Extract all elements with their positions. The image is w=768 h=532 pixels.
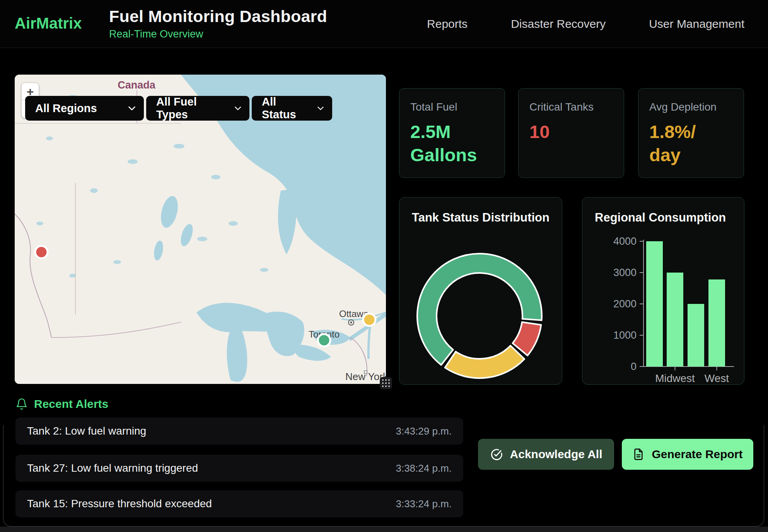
chevron-down-icon — [235, 106, 241, 111]
dashboard-root: AirMatrix Fuel Monitoring Dashboard Real… — [0, 0, 768, 532]
title-block: Fuel Monitoring Dashboard Real-Time Over… — [109, 7, 327, 40]
nav-user-management[interactable]: User Management — [649, 17, 744, 31]
check-circle-icon — [490, 448, 503, 461]
filter-fuel-types-label: All Fuel Types — [156, 95, 225, 121]
bar-region-2 — [688, 304, 704, 367]
page-title: Fuel Monitoring Dashboard — [109, 7, 327, 26]
page-bottom-strip — [0, 527, 768, 532]
tank-marker-normal[interactable] — [318, 334, 330, 346]
filter-regions-dropdown[interactable]: All Regions — [25, 96, 144, 121]
x-tick-label: West — [705, 372, 729, 384]
recent-alerts-heading: Recent Alerts — [15, 397, 108, 411]
alert-timestamp: 3:38:24 p.m. — [396, 462, 452, 474]
bell-icon — [15, 398, 28, 410]
bar-region-0 — [646, 241, 663, 367]
filter-regions-label: All Regions — [35, 102, 97, 115]
regional-consumption-bar-chart: 01000200030004000MidwestWest — [582, 198, 745, 385]
document-icon — [632, 448, 645, 460]
recent-alerts-title: Recent Alerts — [34, 397, 108, 411]
donut-segment-warning — [445, 346, 524, 378]
stat-value: 10 — [529, 120, 613, 143]
x-tick-label: Midwest — [655, 372, 695, 384]
alert-text: Tank 15: Pressure threshold exceeded — [27, 498, 212, 510]
ottawa-city-icon-dot — [350, 322, 352, 324]
stat-card-avg-depletion: Avg Depletion 1.8%/ day — [638, 88, 744, 178]
y-tick-label: 4000 — [613, 235, 637, 247]
brand-logo[interactable]: AirMatrix — [15, 15, 82, 32]
stat-value: 1.8%/ day — [649, 120, 733, 167]
stat-label: Total Fuel — [410, 101, 494, 113]
nav-disaster-recovery[interactable]: Disaster Recovery — [511, 17, 606, 31]
filter-fuel-types-dropdown[interactable]: All Fuel Types — [146, 96, 249, 121]
alert-timestamp: 3:33:24 p.m. — [396, 498, 452, 510]
alert-row[interactable]: Tank 2: Low fuel warning 3:43:29 p.m. — [15, 418, 463, 445]
tank-status-donut-chart — [399, 198, 563, 385]
alert-text: Tank 2: Low fuel warning — [27, 425, 146, 437]
bar-region-1 — [667, 273, 683, 367]
donut-segment-critical — [513, 322, 541, 355]
y-tick-label: 1000 — [613, 329, 637, 341]
chevron-down-icon — [128, 106, 135, 111]
stat-card-critical-tanks: Critical Tanks 10 — [518, 88, 624, 178]
page-subtitle: Real-Time Overview — [109, 28, 327, 40]
map-panel[interactable]: Canada Ottawa Toronto New York + − All R… — [15, 75, 386, 384]
chevron-down-icon — [317, 106, 324, 111]
alert-text: Tank 27: Low fuel warning triggered — [27, 462, 198, 474]
tank-marker-warning[interactable] — [363, 314, 375, 326]
y-tick-label: 2000 — [613, 298, 637, 310]
map-filters: All Regions All Fuel Types All Status — [25, 96, 332, 121]
generate-report-button[interactable]: Generate Report — [622, 439, 753, 470]
main-nav: Reports Disaster Recovery User Managemen… — [427, 0, 744, 48]
tank-status-card: Tank Status Distribution — [399, 197, 562, 385]
stat-label: Avg Depletion — [649, 101, 733, 113]
alert-timestamp: 3:43:29 p.m. — [396, 425, 452, 437]
generate-report-label: Generate Report — [652, 448, 742, 461]
alert-row[interactable]: Tank 27: Low fuel warning triggered 3:38… — [15, 455, 463, 482]
acknowledge-all-label: Acknowledge All — [510, 448, 602, 461]
resize-handle[interactable] — [380, 377, 392, 389]
stat-label: Critical Tanks — [529, 101, 613, 113]
filter-status-dropdown[interactable]: All Status — [252, 96, 332, 121]
acknowledge-all-button[interactable]: Acknowledge All — [478, 439, 614, 470]
alert-row[interactable]: Tank 15: Pressure threshold exceeded 3:3… — [15, 490, 463, 517]
stat-value: 2.5M Gallons — [410, 120, 494, 167]
app-header: AirMatrix Fuel Monitoring Dashboard Real… — [0, 0, 768, 48]
nav-reports[interactable]: Reports — [427, 17, 468, 31]
y-tick-label: 0 — [631, 361, 637, 372]
map-canvas[interactable]: Canada Ottawa Toronto New York — [15, 75, 386, 384]
y-tick-label: 3000 — [613, 267, 637, 278]
tank-marker-critical[interactable] — [35, 246, 48, 258]
filter-status-label: All Status — [262, 95, 307, 121]
regional-consumption-card: Regional Consumption 01000200030004000Mi… — [582, 197, 744, 385]
map-label-country: Canada — [118, 79, 156, 91]
bar-region-3 — [708, 280, 725, 367]
stat-card-total-fuel: Total Fuel 2.5M Gallons — [399, 88, 505, 178]
